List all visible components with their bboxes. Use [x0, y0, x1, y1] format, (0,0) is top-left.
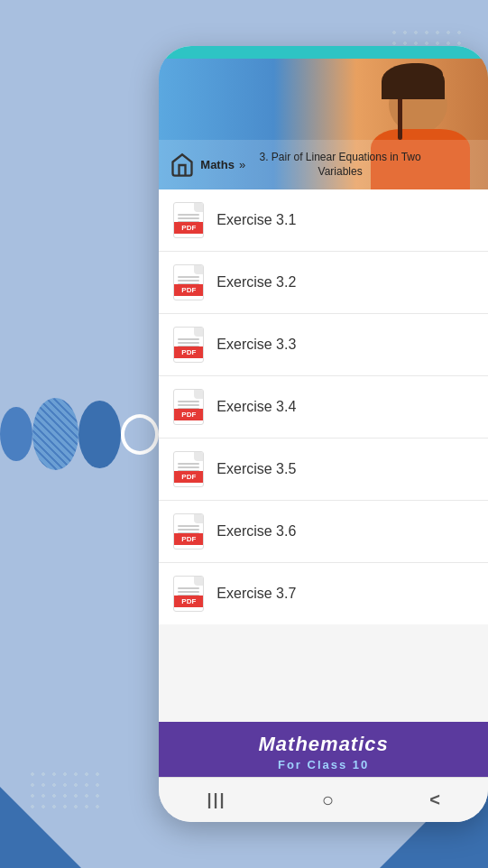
exercise-name-2: Exercise 3.2	[216, 274, 296, 291]
bg-decoration-oval-tl	[0, 407, 32, 461]
pdf-line	[178, 280, 199, 282]
breadcrumb-separator: »	[239, 158, 245, 171]
exercise-name-4: Exercise 3.4	[216, 399, 296, 415]
pdf-line	[178, 466, 199, 468]
exercise-item-5[interactable]: PDF Exercise 3.5	[159, 439, 488, 501]
header-image: Maths » 3. Pair of Linear Equations in T…	[159, 59, 488, 189]
bottom-nav: ||| ○ <	[159, 777, 488, 822]
phone-container: Maths » 3. Pair of Linear Equations in T…	[159, 46, 488, 822]
home-nav-icon[interactable]: ○	[322, 789, 334, 812]
exercise-name-3: Exercise 3.3	[216, 337, 296, 353]
exercise-item-7[interactable]: PDF Exercise 3.7	[159, 563, 488, 624]
pdf-icon-2: PDF	[173, 264, 204, 300]
exercise-name-7: Exercise 3.7	[216, 586, 296, 602]
footer-title: Mathematics	[173, 733, 474, 756]
pdf-icon-1: PDF	[173, 202, 204, 238]
exercise-name-5: Exercise 3.5	[216, 461, 296, 477]
pdf-icon-7: PDF	[173, 576, 204, 612]
pdf-line	[178, 463, 199, 465]
footer-subtitle: For Class 10	[173, 758, 474, 771]
pdf-label: PDF	[174, 596, 203, 607]
pdf-label: PDF	[174, 346, 203, 358]
pdf-icon-5: PDF	[173, 451, 204, 487]
pdf-label: PDF	[174, 409, 203, 420]
exercise-list: PDF Exercise 3.1 PDF Exercise 3.2	[159, 189, 488, 624]
footer-banner: Mathematics For Class 10	[159, 722, 488, 777]
breadcrumb-chapter: 3. Pair of Linear Equations in Two Varia…	[250, 151, 430, 179]
pdf-line	[178, 529, 199, 531]
pdf-label: PDF	[174, 222, 203, 234]
student-hair	[382, 63, 445, 99]
exercise-content: PDF Exercise 3.1 PDF Exercise 3.2	[159, 189, 488, 722]
pdf-label: PDF	[174, 471, 203, 483]
exercise-item-6[interactable]: PDF Exercise 3.6	[159, 501, 488, 563]
pdf-line	[178, 587, 199, 589]
exercise-item-1[interactable]: PDF Exercise 3.1	[159, 189, 488, 252]
content-spacer	[159, 624, 488, 697]
pdf-line	[178, 591, 199, 593]
bg-decoration-triangle-bl	[0, 787, 81, 868]
back-icon[interactable]: <	[429, 790, 440, 810]
pdf-line	[178, 276, 199, 278]
home-icon-wrap[interactable]	[170, 152, 195, 178]
exercise-item-3[interactable]: PDF Exercise 3.3	[159, 314, 488, 376]
exercise-name-6: Exercise 3.6	[216, 523, 296, 540]
breadcrumb-area: Maths » 3. Pair of Linear Equations in T…	[159, 140, 488, 189]
pdf-line	[178, 214, 199, 216]
pdf-line	[178, 338, 199, 340]
home-icon	[170, 152, 195, 178]
pdf-line	[178, 401, 199, 402]
exercise-name-1: Exercise 3.1	[216, 212, 296, 228]
pdf-line	[178, 217, 199, 219]
bg-decoration-circle-tr	[121, 414, 160, 455]
pdf-icon-4: PDF	[173, 389, 204, 425]
breadcrumb-subject: Maths	[200, 158, 235, 171]
pdf-label: PDF	[174, 533, 203, 545]
exercise-item-4[interactable]: PDF Exercise 3.4	[159, 376, 488, 439]
header-teal-bar	[159, 46, 488, 59]
pdf-line	[178, 525, 199, 527]
pdf-line	[178, 342, 199, 344]
bg-decoration-oval-br	[78, 401, 121, 468]
pdf-icon-3: PDF	[173, 327, 204, 363]
exercise-item-2[interactable]: PDF Exercise 3.2	[159, 252, 488, 314]
bg-decoration-oval-bl	[32, 398, 78, 470]
pdf-line	[178, 404, 199, 406]
pdf-icon-6: PDF	[173, 513, 204, 549]
pdf-label: PDF	[174, 284, 203, 296]
menu-icon[interactable]: |||	[207, 790, 226, 809]
